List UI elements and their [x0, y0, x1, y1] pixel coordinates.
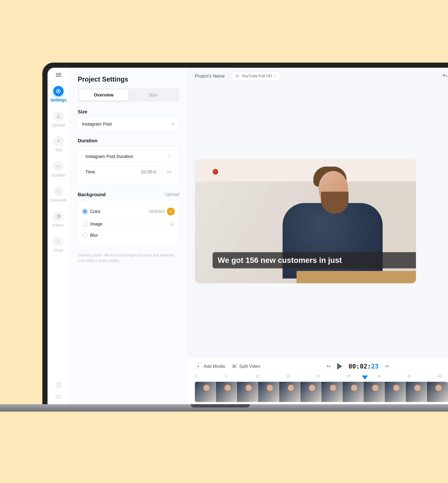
- duration-preset-value: Instagram Post Duration: [86, 154, 133, 159]
- tab-size[interactable]: Size: [128, 89, 178, 101]
- bg-option-image[interactable]: Image: [82, 218, 175, 230]
- video-preview[interactable]: We got 156 new customers in just: [195, 159, 416, 283]
- main-area: Project's Name YouTube Full HD: [188, 68, 448, 406]
- forward-icon[interactable]: [385, 364, 390, 369]
- timeline-frame[interactable]: [321, 382, 343, 402]
- radio-icon: [82, 221, 88, 226]
- duration-section-label: Duration: [78, 138, 179, 144]
- radio-icon: [82, 209, 88, 214]
- settings-tabs: Overview Size: [78, 88, 179, 101]
- split-video-button[interactable]: Split Video: [232, 364, 260, 369]
- time-value: 01:00.0: [141, 169, 156, 174]
- laptop-base: [0, 404, 448, 412]
- format-chip[interactable]: YouTube Full HD: [232, 72, 280, 80]
- sidebar: Settings Upload Text Subtitle: [48, 68, 70, 406]
- format-label: YouTube Full HD: [241, 74, 272, 78]
- duration-card: Instagram Post Duration Time 01:00.0: [78, 147, 179, 184]
- play-icon[interactable]: [337, 363, 342, 370]
- sidebar-item-text[interactable]: Text: [53, 136, 64, 153]
- rewind-icon[interactable]: [326, 364, 331, 369]
- edit-icon: [171, 122, 175, 126]
- tick: 10: [256, 374, 259, 378]
- color-swatch[interactable]: [167, 208, 175, 215]
- sidebar-item-label: Subtitle: [52, 173, 65, 178]
- timeline-frame[interactable]: [195, 382, 216, 402]
- svg-rect-10: [56, 396, 61, 398]
- time-label: Time: [86, 169, 95, 174]
- timeline-frame[interactable]: [385, 382, 406, 402]
- svg-rect-3: [56, 165, 60, 168]
- sidebar-item-filters[interactable]: Filters: [53, 211, 64, 228]
- size-section-label: Size: [78, 109, 179, 115]
- size-field[interactable]: Instagram Post: [78, 118, 179, 131]
- image-icon: [170, 222, 175, 226]
- bg-option-color[interactable]: Color #636363: [82, 205, 175, 218]
- size-value: Instagram Post: [82, 122, 112, 127]
- refresh-icon: [169, 210, 173, 213]
- project-name[interactable]: Project's Name: [195, 73, 225, 78]
- upload-icon: [56, 114, 61, 118]
- chevron-down-icon: [168, 155, 171, 158]
- timeline-frame[interactable]: [300, 382, 322, 402]
- svg-rect-5: [59, 166, 60, 167]
- sidebar-item-label: Draw: [54, 248, 63, 253]
- undo-icon[interactable]: [442, 73, 448, 79]
- background-card: Color #636363 Image: [78, 201, 179, 245]
- caption-overlay: We got 156 new customers in just: [213, 252, 416, 268]
- timecode: 00:02:23: [349, 363, 379, 370]
- timeline[interactable]: 0 5 10 15 20 25 30 35 40: [188, 374, 448, 406]
- sidebar-item-label: Elements: [50, 198, 67, 203]
- shapes-icon: [56, 189, 61, 194]
- svg-rect-4: [57, 166, 59, 167]
- sidebar-item-label: Settings: [50, 98, 66, 102]
- radio-icon: [82, 233, 88, 238]
- sidebar-item-upload[interactable]: Upload: [52, 111, 65, 128]
- timeline-frame[interactable]: [427, 382, 448, 402]
- svg-point-7: [58, 191, 60, 193]
- video-icon: [236, 74, 240, 78]
- subtitle-icon: [56, 164, 61, 169]
- svg-point-1: [58, 90, 59, 92]
- arrows-horizontal-icon: [167, 170, 172, 174]
- sidebar-item-settings[interactable]: Settings: [50, 86, 66, 102]
- sidebar-item-label: Upload: [52, 123, 65, 128]
- sidebar-item-label: Text: [55, 148, 62, 153]
- scissors-icon: [232, 364, 237, 369]
- plus-icon: +: [195, 363, 201, 370]
- tick: 25: [347, 374, 350, 378]
- sidebar-item-label: Filters: [53, 223, 64, 228]
- timeline-frame[interactable]: [406, 382, 427, 402]
- keyboard-icon[interactable]: [55, 394, 62, 400]
- sidebar-item-elements[interactable]: Elements: [50, 186, 67, 203]
- timeline-frame[interactable]: [216, 382, 237, 402]
- tick: 40: [438, 374, 441, 378]
- timeline-frame[interactable]: [343, 382, 364, 402]
- tick: 35: [408, 374, 411, 378]
- timeline-thumbnails[interactable]: [195, 382, 448, 402]
- timeline-frame[interactable]: [258, 382, 280, 402]
- tick: 15: [286, 374, 290, 378]
- text-icon: [56, 139, 61, 144]
- timeline-ruler: 0 5 10 15 20 25 30 35 40: [195, 374, 448, 382]
- help-icon[interactable]: [55, 382, 62, 388]
- tick: 20: [316, 374, 320, 378]
- decorative-dot: [213, 169, 218, 174]
- menu-icon[interactable]: [56, 72, 61, 78]
- duration-preset-field[interactable]: Instagram Post Duration: [81, 150, 176, 163]
- svg-point-12: [171, 223, 172, 224]
- timeline-frame[interactable]: [364, 382, 385, 402]
- chevron-down-icon: [274, 75, 277, 77]
- sidebar-item-draw[interactable]: Draw: [53, 236, 64, 253]
- timeline-frame[interactable]: [279, 382, 300, 402]
- timeline-frame[interactable]: [237, 382, 258, 402]
- tab-overview[interactable]: Overview: [79, 89, 128, 101]
- panel-title: Project Settings: [78, 76, 179, 83]
- time-field[interactable]: Time 01:00.0: [81, 165, 160, 178]
- background-upload-link[interactable]: Upload: [165, 192, 179, 197]
- bg-option-blur[interactable]: Blur: [82, 230, 175, 241]
- background-section-label: Background Upload: [78, 192, 179, 197]
- sidebar-item-subtitle[interactable]: Subtitle: [52, 161, 65, 178]
- fit-width-button[interactable]: [163, 165, 176, 178]
- add-media-button[interactable]: + Add Media: [195, 363, 225, 370]
- playhead[interactable]: [362, 375, 368, 380]
